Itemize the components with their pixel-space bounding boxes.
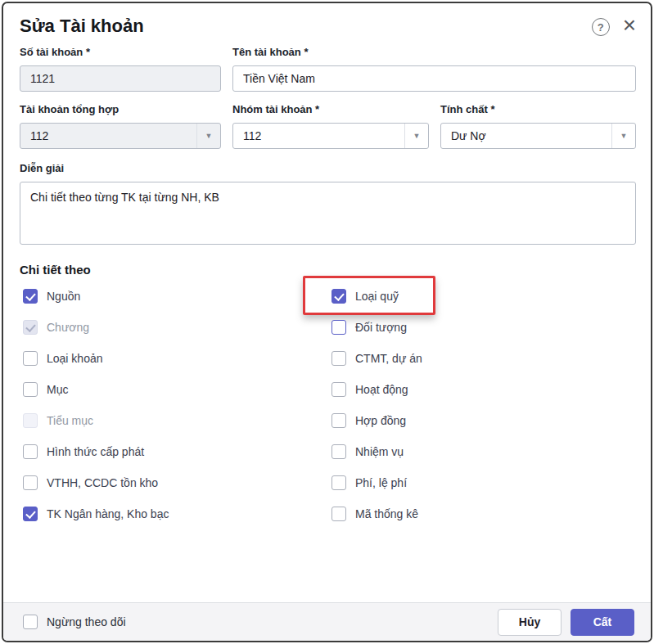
field-nature: Tính chất * Dư Nợ ▼ [440,103,636,149]
detail-checkbox-item[interactable]: Hình thức cấp phát [20,436,328,467]
detail-checkbox-item[interactable]: VTHH, CCDC tồn kho [20,467,328,498]
checkbox[interactable] [332,382,346,397]
checkbox-label: Nguồn [47,290,80,303]
checkbox-label: Phí, lệ phí [355,476,407,489]
form-row-1: Số tài khoản * Tên tài khoản * [20,46,636,92]
close-icon[interactable]: × [623,16,636,34]
chevron-down-icon[interactable]: ▼ [404,124,428,148]
detail-checkbox-item: Tiểu mục [20,405,328,436]
checkbox-label: Nhiệm vụ [355,445,404,458]
nature-value: Dư Nợ [441,124,611,148]
checkbox-label: Tiểu mục [47,414,93,427]
checkbox[interactable] [332,351,346,366]
checkbox-label: Loại quỹ [355,290,399,303]
detail-checkbox-item[interactable]: Nguồn [20,281,328,312]
checkbox[interactable] [23,475,38,490]
parent-account-select[interactable]: 112 ▼ [20,123,221,149]
detail-checkbox-grid: Nguồn Chương Loại khoản Mục Tiểu mục Hìn… [20,281,636,529]
nature-label: Tính chất * [440,103,636,115]
save-button[interactable]: Cất [571,609,634,636]
account-group-value: 112 [233,124,404,148]
dialog-footer: Ngừng theo dõi Hủy Cất [3,602,651,641]
parent-account-value: 112 [20,124,196,148]
account-number-label: Số tài khoản * [20,46,221,58]
field-description: Diễn giải Chi tiết theo từng TK tại từng… [20,162,636,248]
detail-checkbox-item[interactable]: Đối tượng [328,312,636,343]
checkbox[interactable] [332,507,346,521]
checkbox-label: Mã thống kê [355,507,418,520]
checkbox [23,413,38,428]
checkbox-label: Đối tượng [355,321,407,334]
checkbox-label: Hoạt động [355,383,408,396]
checkbox[interactable] [23,289,38,304]
checkbox-label: TK Ngân hàng, Kho bạc [47,507,169,520]
detail-section-title: Chi tiết theo [20,263,636,277]
detail-checkbox-item[interactable]: CTMT, dự án [328,343,636,374]
detail-checkbox-item: Chương [20,312,328,343]
field-parent-account: Tài khoản tổng hợp 112 ▼ [20,103,221,149]
detail-checkbox-item[interactable]: Phí, lệ phí [328,467,636,498]
parent-account-label: Tài khoản tổng hợp [20,103,221,115]
dialog-body: Sửa Tài khoản ? × Số tài khoản * Tên tài… [3,3,651,602]
detail-left-column: Nguồn Chương Loại khoản Mục Tiểu mục Hìn… [20,281,328,529]
account-name-input[interactable] [232,65,636,92]
stop-tracking-checkbox[interactable] [23,615,38,629]
checkbox[interactable] [332,444,346,459]
checkbox-label: CTMT, dự án [355,352,422,365]
checkbox-label: Hợp đồng [355,414,406,427]
account-group-label: Nhóm tài khoản * [232,103,429,115]
checkbox[interactable] [332,475,346,490]
description-textarea[interactable]: Chi tiết theo từng TK tại từng NH, KB [20,182,636,245]
form-row-2: Tài khoản tổng hợp 112 ▼ Nhóm tài khoản … [20,103,636,149]
checkbox [23,320,38,335]
detail-right-column: Loại quỹ Đối tượng CTMT, dự án Hoạt động… [328,281,636,529]
field-account-number: Số tài khoản * [20,46,221,92]
detail-checkbox-item[interactable]: Mục [20,374,328,405]
chevron-down-icon[interactable]: ▼ [611,124,635,148]
checkbox-label: Chương [47,321,89,334]
detail-checkbox-item[interactable]: Hoạt động [328,374,636,405]
detail-checkbox-item[interactable]: Loại khoản [20,343,328,374]
field-account-group: Nhóm tài khoản * 112 ▼ [232,103,429,149]
stop-tracking-label: Ngừng theo dõi [47,615,126,628]
checkbox[interactable] [23,507,38,521]
detail-checkbox-item[interactable]: Hợp đồng [328,405,636,436]
detail-checkbox-item[interactable]: TK Ngân hàng, Kho bạc [20,498,328,529]
checkbox[interactable] [332,289,346,304]
nature-select[interactable]: Dư Nợ ▼ [440,123,636,149]
page-title: Sửa Tài khoản [20,15,592,38]
checkbox-label: VTHH, CCDC tồn kho [47,476,158,489]
account-group-select[interactable]: 112 ▼ [232,123,429,149]
checkbox[interactable] [332,413,346,428]
checkbox-label: Loại khoản [47,352,103,365]
edit-account-dialog: Sửa Tài khoản ? × Số tài khoản * Tên tài… [2,2,652,642]
checkbox[interactable] [23,351,38,366]
dialog-header: Sửa Tài khoản ? × [20,15,636,38]
checkbox-label: Hình thức cấp phát [47,445,144,458]
checkbox[interactable] [332,320,346,335]
help-icon[interactable]: ? [592,18,610,36]
detail-checkbox-item[interactable]: Loại quỹ [328,281,636,312]
description-label: Diễn giải [20,162,636,174]
detail-checkbox-item[interactable]: Mã thống kê [328,498,636,529]
account-name-label: Tên tài khoản * [232,46,636,58]
stop-tracking-field[interactable]: Ngừng theo dõi [20,615,498,629]
chevron-down-icon[interactable]: ▼ [196,124,220,148]
account-number-input[interactable] [20,65,221,92]
checkbox[interactable] [23,382,38,397]
field-account-name: Tên tài khoản * [232,46,636,92]
detail-checkbox-item[interactable]: Nhiệm vụ [328,436,636,467]
checkbox[interactable] [23,444,38,459]
checkbox-label: Mục [47,383,68,396]
cancel-button[interactable]: Hủy [498,609,562,636]
